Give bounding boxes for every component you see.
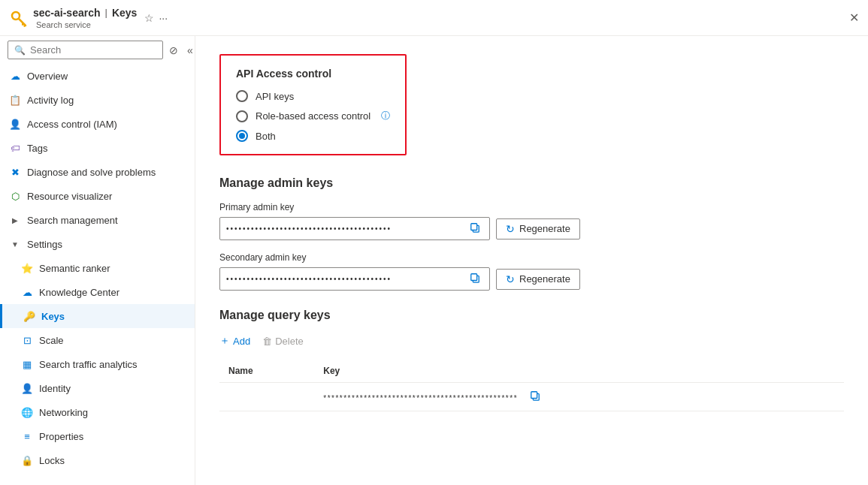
search-input[interactable]	[30, 44, 156, 56]
query-key-name	[219, 383, 314, 411]
scale-icon: ⊡	[21, 334, 33, 346]
delete-icon: 🗑	[262, 336, 272, 347]
sidebar-item-keys[interactable]: 🔑 Keys	[0, 304, 195, 328]
sidebar-item-search-traffic[interactable]: ▦ Search traffic analytics	[0, 352, 195, 376]
primary-regen-icon: ↻	[506, 223, 515, 235]
networking-icon: 🌐	[21, 406, 33, 418]
query-keys-table: Name Key *******************************…	[219, 360, 844, 411]
radio-both-label: Both	[256, 131, 276, 142]
overview-icon: ☁	[9, 70, 21, 82]
sidebar-label-scale: Scale	[39, 335, 187, 346]
identity-icon: 👤	[21, 382, 33, 394]
pin-icon[interactable]: «	[184, 43, 195, 58]
sidebar-item-semantic-ranker[interactable]: ⭐ Semantic ranker	[0, 256, 195, 280]
access-control-icon: 👤	[9, 118, 21, 130]
sidebar-item-knowledge-center[interactable]: ☁ Knowledge Center	[0, 280, 195, 304]
query-key-dots: ****************************************…	[323, 394, 518, 402]
radio-api-keys-label: API keys	[256, 91, 294, 102]
sidebar-item-overview[interactable]: ☁ Overview	[0, 64, 195, 88]
radio-both-circle[interactable]	[236, 130, 248, 142]
manage-admin-keys-title: Manage admin keys	[219, 176, 844, 190]
radio-both[interactable]: Both	[236, 130, 390, 142]
sidebar-item-tags[interactable]: 🏷 Tags	[0, 136, 195, 160]
header-left: sec-ai-search | Keys Search service ☆ ··…	[9, 7, 840, 29]
sidebar-item-diagnose[interactable]: ✖ Diagnose and solve problems	[0, 160, 195, 184]
radio-api-keys[interactable]: API keys	[236, 90, 390, 102]
api-access-title: API Access control	[236, 68, 390, 80]
sidebar-label-access-control: Access control (IAM)	[27, 119, 187, 130]
sidebar-label-locks: Locks	[39, 455, 187, 466]
sidebar-item-settings[interactable]: ▼ Settings	[0, 232, 195, 256]
primary-key-copy-button[interactable]	[467, 221, 483, 236]
search-traffic-icon: ▦	[21, 358, 33, 370]
sidebar-item-activity-log[interactable]: 📋 Activity log	[0, 88, 195, 112]
rbac-info-icon[interactable]: ⓘ	[381, 110, 390, 122]
search-management-chevron: ▶	[9, 214, 21, 226]
secondary-key-row: ••••••••••••••••••••••••••••••••••••••••…	[219, 267, 844, 291]
secondary-regen-label: Regenerate	[519, 273, 570, 285]
sidebar-label-knowledge-center: Knowledge Center	[39, 287, 187, 298]
sidebar-label-overview: Overview	[27, 71, 187, 82]
sidebar: 🔍 ⊘ « ☁ Overview 📋 Activity log 👤 Access…	[0, 36, 195, 485]
sidebar-item-locks[interactable]: 🔒 Locks	[0, 448, 195, 472]
add-label: Add	[233, 336, 250, 347]
table-row: ****************************************…	[219, 383, 844, 411]
radio-api-keys-circle[interactable]	[236, 90, 248, 102]
sidebar-search-row: 🔍 ⊘ «	[0, 36, 195, 64]
secondary-key-dots: ••••••••••••••••••••••••••••••••••••••••	[226, 275, 467, 283]
radio-rbac[interactable]: Role-based access control ⓘ	[236, 110, 390, 122]
keys-icon: 🔑	[23, 310, 35, 322]
sidebar-label-tags: Tags	[27, 143, 187, 154]
secondary-key-container: Secondary admin key ••••••••••••••••••••…	[219, 252, 844, 291]
api-access-control-box: API Access control API keys Role-based a…	[219, 54, 407, 155]
sidebar-label-semantic-ranker: Semantic ranker	[39, 263, 187, 274]
svg-rect-5	[471, 224, 477, 230]
add-query-key-button[interactable]: ＋ Add	[219, 334, 250, 348]
col-key: Key	[314, 360, 844, 383]
more-options-icon[interactable]: ···	[159, 12, 168, 24]
favorite-icon[interactable]: ☆	[144, 12, 154, 24]
sidebar-item-scale[interactable]: ⊡ Scale	[0, 328, 195, 352]
page-title: Keys	[112, 7, 137, 19]
sidebar-label-diagnose: Diagnose and solve problems	[27, 167, 187, 178]
sidebar-label-search-management: Search management	[27, 215, 187, 226]
query-table-body: ****************************************…	[219, 383, 844, 411]
sidebar-item-search-management[interactable]: ▶ Search management	[0, 208, 195, 232]
header-actions: ✕	[840, 11, 859, 25]
sidebar-item-resource-visualizer[interactable]: ⬡ Resource visualizer	[0, 184, 195, 208]
delete-label: Delete	[275, 336, 304, 347]
header-title-group: sec-ai-search | Keys Search service	[33, 7, 137, 29]
add-icon: ＋	[219, 334, 230, 348]
radio-rbac-label: Role-based access control	[256, 110, 370, 122]
primary-regen-button[interactable]: ↻ Regenerate	[496, 218, 580, 239]
app-name: sec-ai-search	[33, 7, 101, 19]
radio-rbac-circle[interactable]	[236, 110, 248, 122]
knowledge-center-icon: ☁	[21, 286, 33, 298]
collapse-icon[interactable]: ⊘	[166, 43, 181, 58]
secondary-key-copy-button[interactable]	[467, 271, 483, 287]
main-layout: 🔍 ⊘ « ☁ Overview 📋 Activity log 👤 Access…	[0, 36, 868, 485]
activity-log-icon: 📋	[9, 94, 21, 106]
sidebar-item-properties[interactable]: ≡ Properties	[0, 424, 195, 448]
close-icon[interactable]: ✕	[849, 11, 859, 25]
query-table-header: Name Key	[219, 360, 844, 383]
delete-query-key-button[interactable]: 🗑 Delete	[262, 336, 304, 347]
settings-chevron: ▼	[9, 238, 21, 250]
primary-key-label: Primary admin key	[219, 202, 844, 212]
main-content: API Access control API keys Role-based a…	[195, 36, 868, 485]
diagnose-icon: ✖	[9, 166, 21, 178]
sidebar-label-identity: Identity	[39, 383, 187, 394]
svg-rect-7	[471, 274, 477, 281]
sidebar-item-networking[interactable]: 🌐 Networking	[0, 400, 195, 424]
query-key-value: ****************************************…	[314, 383, 844, 411]
query-key-copy-button[interactable]	[527, 389, 543, 405]
sidebar-label-keys: Keys	[41, 311, 187, 322]
sidebar-item-access-control[interactable]: 👤 Access control (IAM)	[0, 112, 195, 136]
secondary-regen-button[interactable]: ↻ Regenerate	[496, 269, 580, 290]
search-box[interactable]: 🔍	[8, 41, 163, 59]
manage-query-keys-title: Manage query keys	[219, 309, 844, 322]
sidebar-label-search-traffic: Search traffic analytics	[39, 359, 187, 370]
sidebar-item-identity[interactable]: 👤 Identity	[0, 376, 195, 400]
primary-key-dots: ••••••••••••••••••••••••••••••••••••••••	[226, 224, 467, 233]
sidebar-label-resource-visualizer: Resource visualizer	[27, 191, 187, 202]
